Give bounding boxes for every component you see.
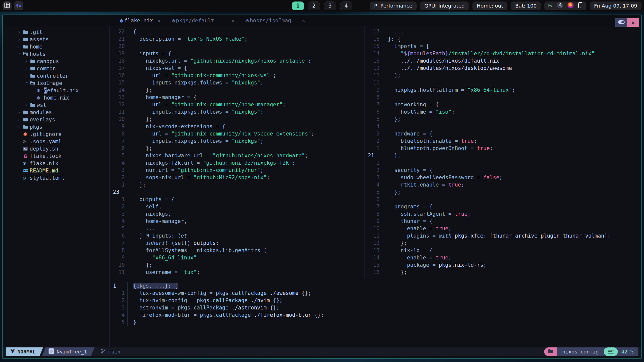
code-line[interactable]: 11 username = "tux"; xyxy=(110,269,364,276)
tree-item-common[interactable]: ›common xyxy=(3,65,109,72)
tree-item-wsl[interactable]: ›wsl xyxy=(3,101,109,109)
code-line[interactable]: 9 nixpkgs.hostPlatform = "x86_64-linux"; xyxy=(365,86,641,94)
code-line[interactable]: 3 nur.url = "github:nix-community/nur"; xyxy=(110,167,364,174)
code-line[interactable]: 5 nixos-hardware.url = "github:nixos/nix… xyxy=(110,152,364,159)
code-line[interactable]: 4 rtkit.enable = true; xyxy=(365,181,641,189)
code-line[interactable]: 6 hostName = "iso"; xyxy=(365,108,641,116)
code-line[interactable]: 5 ... xyxy=(110,225,364,232)
code-line[interactable]: 1 bluetooth.powerOnBoot = true; xyxy=(365,145,641,152)
workspace-3[interactable]: 3 xyxy=(324,2,336,10)
power-profile-pill[interactable]: P: Performance xyxy=(370,2,417,10)
workspace-1[interactable]: 1 xyxy=(292,2,304,10)
code-line[interactable]: 10 }; xyxy=(110,116,364,123)
editor-hosts-isoimage[interactable]: 17 ...16}: {15 imports = [14 "${modulesP… xyxy=(365,26,641,279)
code-line[interactable]: 5} xyxy=(110,319,641,326)
tree-item-default.nix[interactable]: ❄default.nix xyxy=(3,87,109,94)
code-line[interactable]: 6 } @ inputs: let xyxy=(110,232,364,240)
code-line[interactable]: 8 forAllSystems = nixpkgs.lib.genAttrs [ xyxy=(110,247,364,254)
code-line[interactable]: 8 url = "github:nix-community/nix-vscode… xyxy=(110,130,364,138)
code-line[interactable]: 7 programs = { xyxy=(365,203,641,210)
close-tab-icon[interactable]: × xyxy=(302,18,305,24)
code-line[interactable]: 16}: { xyxy=(365,35,641,43)
tree-item-canopus[interactable]: ›canopus xyxy=(3,58,109,65)
code-line[interactable]: 10 ]; xyxy=(110,261,364,269)
tree-item-deploy.sh[interactable]: deploy.sh xyxy=(3,145,109,152)
tree-item-.gitignore[interactable]: .gitignore xyxy=(3,130,109,138)
terminal-app-button[interactable]: $W xyxy=(14,1,23,10)
tree-item-stylua.toml[interactable]: ⚙stylua.toml xyxy=(3,174,109,182)
git-branch-segment[interactable]: main xyxy=(101,348,120,355)
code-line[interactable]: 10 xyxy=(365,79,641,86)
tree-item-flake.lock[interactable]: flake.lock xyxy=(3,152,109,160)
code-line[interactable]: 16 }; xyxy=(365,269,641,276)
code-line[interactable]: 13 nix-ld = { xyxy=(365,247,641,254)
home-pill[interactable]: Home: out xyxy=(472,2,507,10)
code-line[interactable]: 7 networking = { xyxy=(365,101,641,108)
buffer-segment[interactable]: NvimTree_1 xyxy=(42,347,94,356)
code-line[interactable]: 17 nixos-wsl = { xyxy=(110,65,364,72)
phone-icon[interactable] xyxy=(578,2,583,10)
code-line[interactable]: 8 ssh.startAgent = true; xyxy=(365,210,641,218)
code-line[interactable]: 15 inputs.nixpkgs.follows = "nixpkgs"; xyxy=(110,79,364,86)
code-line[interactable]: 1 tux-awesome-wm-config = pkgs.callPacka… xyxy=(110,290,641,297)
tree-item-pkgs[interactable]: ›pkgs xyxy=(3,123,109,130)
code-line[interactable]: 10 enable = true; xyxy=(365,225,641,232)
code-line[interactable]: 6 }; xyxy=(110,145,364,152)
tree-item-home.nix[interactable]: ❄home.nix xyxy=(3,94,109,101)
code-line[interactable]: 11 ]; xyxy=(365,72,641,79)
code-line[interactable]: 12 ../../modules/nixos/desktop/awesome xyxy=(365,65,641,72)
code-line[interactable]: 4 home-manager, xyxy=(110,218,364,225)
editor-flake-nix[interactable]: 22{21 description = "tux's NixOS Flake";… xyxy=(110,26,365,279)
code-line[interactable]: 16 url = "github:nix-community/nixos-wsl… xyxy=(110,72,364,79)
tree-item-assets[interactable]: ›assets xyxy=(3,36,109,43)
code-line[interactable]: 21 }; xyxy=(365,152,641,159)
code-line[interactable]: 7 inherit (self) outputs; xyxy=(110,240,364,247)
code-line[interactable]: 7 inputs.nixpkgs.follows = "nixpkgs"; xyxy=(110,138,364,145)
code-line[interactable]: 20 xyxy=(110,43,364,50)
scissors-icon[interactable]: ✂ xyxy=(548,3,552,9)
bluetooth-icon[interactable] xyxy=(557,2,563,10)
code-line[interactable]: 3 sudo.wheelNeedsPassword = false; xyxy=(365,174,641,181)
fire-icon[interactable] xyxy=(567,2,574,10)
code-line[interactable]: 15 package = pkgs.nix-ld-rs; xyxy=(365,261,641,269)
tree-item-.git[interactable]: ›.git xyxy=(3,28,109,36)
tree-item-.sops.yaml[interactable]: ⚙.sops.yaml xyxy=(3,138,109,145)
code-line[interactable]: 3 nixpkgs, xyxy=(110,210,364,218)
tab-pkgs-default[interactable]: ❄ pkgs/default ... × xyxy=(172,18,234,24)
close-window-button[interactable]: × xyxy=(627,18,639,27)
tree-item-overlays[interactable]: ›overlays xyxy=(3,116,109,123)
code-line[interactable]: 1 }; xyxy=(110,181,364,189)
code-line[interactable]: 14 }; xyxy=(110,86,364,94)
code-line[interactable]: 15 imports = [ xyxy=(365,43,641,50)
code-line[interactable]: 23 xyxy=(110,189,364,196)
clock[interactable]: Fri Aug 09, 17:09 xyxy=(590,2,641,10)
code-line[interactable]: 9 nix-vscode-extensions = { xyxy=(110,123,364,130)
code-line[interactable]: 18 nixpkgs.url = "github:nixos/nixpkgs/n… xyxy=(110,57,364,65)
code-line[interactable]: 2 bluetooth.enable = true; xyxy=(365,138,641,145)
battery-pill[interactable]: Bat: 100 xyxy=(511,2,541,10)
code-line[interactable]: 12 url = "github:nix-community/home-mana… xyxy=(110,101,364,108)
code-line[interactable]: 12 }; xyxy=(365,240,641,247)
code-line[interactable]: 1 xyxy=(365,159,641,167)
code-line[interactable]: 5 }; xyxy=(365,189,641,196)
tree-item-modules[interactable]: ›modules xyxy=(3,109,109,116)
code-line[interactable]: 4 nixpkgs-f2k.url = "github:moni-dz/nixp… xyxy=(110,159,364,167)
code-line[interactable]: 19 inputs = { xyxy=(110,50,364,57)
code-line[interactable]: 4 firefox-mod-blur = pkgs.callPackage ./… xyxy=(110,311,641,319)
code-line[interactable]: 9 thunar = { xyxy=(365,218,641,225)
tree-item-home[interactable]: ›home xyxy=(3,43,109,50)
code-line[interactable]: 22{ xyxy=(110,28,364,35)
code-line[interactable]: 6 xyxy=(365,196,641,203)
workspace-4[interactable]: 4 xyxy=(340,2,352,10)
workspace-2[interactable]: 2 xyxy=(308,2,320,10)
app-launcher-button[interactable] xyxy=(3,1,12,10)
code-line[interactable]: 17 ... xyxy=(365,28,641,35)
code-line[interactable]: 2 security = { xyxy=(365,167,641,174)
tab-hosts-isoimage[interactable]: ❄ hosts/isoImag.. × xyxy=(246,18,305,24)
code-line[interactable]: 21 description = "tux's NixOS Flake"; xyxy=(110,35,364,43)
maximize-button[interactable] xyxy=(615,18,627,27)
code-line[interactable]: 9 "x86_64-linux" xyxy=(110,254,364,261)
code-line[interactable]: 2 self, xyxy=(110,203,364,210)
tree-item-flake.nix[interactable]: ❄flake.nix xyxy=(3,160,109,167)
code-line[interactable]: 3 hardware = { xyxy=(365,130,641,138)
